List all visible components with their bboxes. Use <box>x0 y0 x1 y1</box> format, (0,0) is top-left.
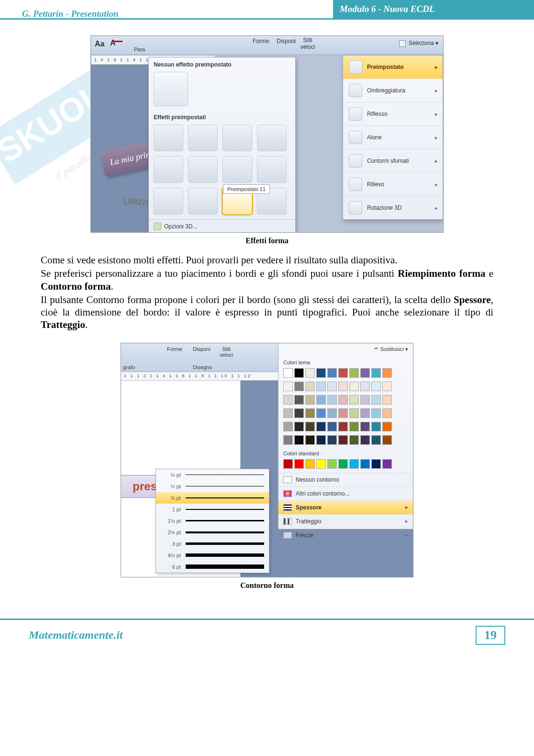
color-swatch[interactable] <box>294 408 304 418</box>
weight-option[interactable]: ½ pt <box>156 481 269 492</box>
weight-option[interactable]: 6 pt <box>156 561 269 573</box>
preset-swatch[interactable] <box>188 124 218 151</box>
color-swatch[interactable] <box>338 459 348 469</box>
color-swatch[interactable] <box>327 422 337 431</box>
color-swatch[interactable] <box>327 408 337 418</box>
weight-button[interactable]: Spessore ▸ <box>278 500 413 514</box>
color-swatch[interactable] <box>338 435 348 445</box>
color-swatch[interactable] <box>382 459 392 469</box>
preset-swatch[interactable] <box>222 156 252 183</box>
replace-button[interactable]: ᵃᵇ Sostituisci ▾ <box>374 346 408 352</box>
color-swatch[interactable] <box>349 368 359 378</box>
color-swatch[interactable] <box>316 382 326 391</box>
color-swatch[interactable] <box>349 459 359 469</box>
weight-option[interactable]: ¼ pt <box>156 469 269 481</box>
options-3d-button[interactable]: Opzioni 3D... <box>149 219 295 233</box>
color-swatch[interactable] <box>360 435 370 445</box>
preset-swatch[interactable] <box>154 124 183 151</box>
color-swatch[interactable] <box>327 382 337 391</box>
select-button[interactable]: Seleziona ▾ <box>399 40 438 47</box>
color-swatch[interactable] <box>349 435 359 445</box>
effect-category-item[interactable]: Rotazione 3D▸ <box>343 196 443 219</box>
color-swatch[interactable] <box>316 395 326 405</box>
color-swatch[interactable] <box>338 382 348 391</box>
shapes-button[interactable]: Forme <box>253 38 269 45</box>
color-swatch[interactable] <box>316 459 326 469</box>
color-swatch[interactable] <box>327 459 337 469</box>
no-outline-button[interactable]: Nessun contorno <box>278 473 413 486</box>
color-swatch[interactable] <box>283 395 293 405</box>
arrows-button[interactable]: Frecce ▸ <box>278 528 413 542</box>
preset-swatch[interactable] <box>188 156 218 183</box>
color-swatch[interactable] <box>360 395 370 405</box>
preset-none-swatch[interactable] <box>154 72 188 106</box>
color-swatch[interactable] <box>349 382 359 391</box>
color-swatch[interactable] <box>294 435 304 445</box>
color-swatch[interactable] <box>371 422 381 431</box>
color-swatch[interactable] <box>371 395 381 405</box>
color-swatch[interactable] <box>360 422 370 431</box>
quick-styles-button[interactable]: Stili veloci <box>219 346 234 358</box>
effect-category-item[interactable]: Contorni sfumati▸ <box>343 149 443 173</box>
color-swatch[interactable] <box>305 382 315 391</box>
color-swatch[interactable] <box>283 368 293 378</box>
color-swatch[interactable] <box>305 459 315 469</box>
color-swatch[interactable] <box>283 408 293 418</box>
color-swatch[interactable] <box>316 368 326 378</box>
color-swatch[interactable] <box>371 368 381 378</box>
color-swatch[interactable] <box>360 382 370 391</box>
effect-category-item[interactable]: Ombreggiatura▸ <box>343 79 443 102</box>
weight-option[interactable]: ¾ pt <box>156 492 269 504</box>
color-swatch[interactable] <box>360 408 370 418</box>
color-swatch[interactable] <box>371 382 381 391</box>
color-swatch[interactable] <box>349 408 359 418</box>
color-swatch[interactable] <box>327 435 337 445</box>
weight-option[interactable]: 3 pt <box>156 538 269 550</box>
color-swatch[interactable] <box>294 368 304 378</box>
color-swatch[interactable] <box>382 408 392 418</box>
effect-category-item[interactable]: Rilievo▸ <box>343 173 443 196</box>
arrange-button[interactable]: Disponi <box>277 38 296 45</box>
shapes-button[interactable]: Forme <box>167 346 182 352</box>
preset-swatch[interactable] <box>154 188 183 214</box>
color-swatch[interactable] <box>283 382 293 391</box>
color-swatch[interactable] <box>371 408 381 418</box>
color-swatch[interactable] <box>316 422 326 431</box>
color-swatch[interactable] <box>294 395 304 405</box>
font-color-button[interactable]: A <box>110 39 116 47</box>
color-swatch[interactable] <box>360 368 370 378</box>
color-swatch[interactable] <box>360 459 370 469</box>
color-swatch[interactable] <box>349 422 359 431</box>
dashes-button[interactable]: Tratteggio ▸ <box>278 514 413 528</box>
preset-swatch[interactable] <box>257 156 287 183</box>
color-swatch[interactable] <box>382 422 392 431</box>
color-swatch[interactable] <box>382 435 392 445</box>
color-swatch[interactable] <box>349 395 359 405</box>
color-swatch[interactable] <box>283 459 293 469</box>
color-swatch[interactable] <box>338 422 348 431</box>
color-swatch[interactable] <box>382 395 392 405</box>
color-swatch[interactable] <box>316 435 326 445</box>
preset-swatch[interactable] <box>154 156 183 183</box>
quick-styles-button[interactable]: Stili veloci <box>300 37 316 50</box>
color-swatch[interactable] <box>338 395 348 405</box>
more-colors-button[interactable]: Altri colori contorno... <box>278 486 413 500</box>
color-swatch[interactable] <box>294 382 304 391</box>
color-swatch[interactable] <box>371 435 381 445</box>
color-swatch[interactable] <box>338 368 348 378</box>
preset-swatch[interactable] <box>257 124 287 151</box>
color-swatch[interactable] <box>305 395 315 405</box>
color-swatch[interactable] <box>305 368 315 378</box>
color-swatch[interactable] <box>382 382 392 391</box>
weight-option[interactable]: 1½ pt <box>156 515 269 527</box>
color-swatch[interactable] <box>338 408 348 418</box>
color-swatch[interactable] <box>283 435 293 445</box>
weight-option[interactable]: 2¼ pt <box>156 527 269 538</box>
arrange-button[interactable]: Disponi <box>193 346 211 352</box>
effect-category-item[interactable]: Alone▸ <box>343 126 443 149</box>
effect-category-item[interactable]: Preimpostato▸ <box>343 56 443 79</box>
color-swatch[interactable] <box>283 422 293 431</box>
effect-category-item[interactable]: Riflesso▸ <box>343 102 443 126</box>
color-swatch[interactable] <box>327 395 337 405</box>
font-case-button[interactable]: Aa <box>95 40 104 48</box>
